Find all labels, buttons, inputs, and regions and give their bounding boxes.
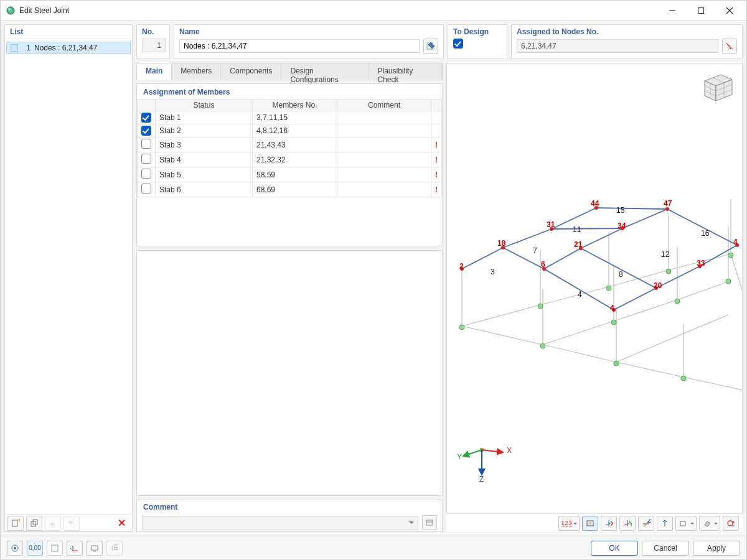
toolbar-numbering-button[interactable]: 1̲2̲3̲	[558, 516, 580, 531]
tab-components[interactable]: Components	[221, 63, 281, 80]
svg-point-53	[459, 325, 464, 330]
toolbar-neg-z-button[interactable]	[657, 516, 673, 531]
warn-icon: !	[435, 185, 438, 194]
svg-rect-12	[426, 520, 433, 525]
name-input[interactable]	[179, 39, 420, 53]
toolbar-show-button[interactable]	[582, 516, 598, 531]
name-label: Name	[174, 25, 443, 36]
table-row[interactable]: Stab 24,8,12,16	[138, 124, 442, 138]
row-checkbox[interactable]	[141, 126, 151, 136]
member-label: 7	[533, 246, 537, 255]
assigned-input[interactable]	[517, 39, 718, 53]
list-delete-button[interactable]: ✕	[113, 516, 129, 531]
col-members-no: Members No.	[253, 100, 337, 111]
member-label: 8	[619, 270, 623, 279]
table-row[interactable]: Stab 668,69!	[138, 182, 442, 197]
row-checkbox[interactable]	[141, 113, 151, 123]
viewport-toolbar: 1̲2̲3̲ X Y Z	[446, 513, 743, 532]
row-members: 58,59	[253, 167, 337, 182]
footer-screen-button[interactable]	[87, 541, 103, 556]
tab-design-configurations[interactable]: Design Configurations	[281, 63, 369, 80]
list-header: List	[5, 25, 132, 39]
node-label: 44	[591, 199, 599, 208]
tab-members[interactable]: Members	[172, 63, 221, 80]
members-table: Status Members No. Comment Stab 13,7,11,…	[137, 99, 442, 197]
name-edit-button[interactable]	[423, 39, 438, 54]
node-label: 33	[697, 259, 705, 268]
toolbar-axis-z-button[interactable]: Z	[638, 516, 654, 531]
row-comment	[337, 167, 431, 182]
col-status: Status	[156, 100, 253, 111]
row-checkbox[interactable]	[141, 184, 151, 194]
row-members: 21,32,32	[253, 152, 337, 167]
row-comment	[337, 111, 431, 124]
svg-rect-83	[52, 545, 58, 551]
row-status: Stab 3	[156, 138, 253, 152]
comment-label: Comment	[137, 500, 442, 514]
svg-line-86	[70, 548, 73, 551]
list-item[interactable]: 1 Nodes : 6,21,34,47	[6, 42, 131, 54]
list-new-button[interactable]: ✶	[7, 516, 24, 531]
tab-main[interactable]: Main	[137, 63, 172, 80]
svg-text:✶: ✶	[17, 519, 20, 525]
toolbar-view-button[interactable]	[675, 516, 697, 531]
table-row[interactable]: Stab 13,7,11,15	[138, 111, 442, 124]
close-button[interactable]	[715, 1, 744, 20]
list-action1-button[interactable]	[45, 516, 61, 531]
ok-button[interactable]: OK	[591, 541, 638, 556]
toolbar-render-button[interactable]	[699, 516, 720, 531]
svg-point-0	[7, 7, 14, 14]
toolbar-axis-x-button[interactable]: X	[601, 516, 617, 531]
svg-point-58	[540, 343, 545, 348]
svg-point-66	[589, 522, 591, 525]
row-members: 21,43,43	[253, 138, 337, 152]
assigned-pick-button[interactable]	[722, 39, 737, 54]
toolbar-reset-button[interactable]	[723, 516, 739, 531]
window-title: Edit Steel Joint	[19, 6, 69, 15]
table-row[interactable]: Stab 321,43,43!	[138, 138, 442, 152]
warn-icon: !	[435, 170, 438, 179]
footer-units-button[interactable]: 0,00	[27, 541, 43, 556]
app-icon	[6, 6, 16, 16]
tab-bar: Main Members Components Design Configura…	[136, 63, 443, 80]
row-checkbox[interactable]	[141, 154, 151, 164]
comment-select[interactable]	[142, 516, 418, 530]
row-comment	[337, 152, 431, 167]
node-label: 6	[541, 260, 545, 269]
row-checkbox[interactable]	[141, 169, 151, 179]
node-label: 20	[654, 281, 662, 290]
svg-text:Z: Z	[647, 519, 651, 525]
apply-button[interactable]: Apply	[693, 541, 740, 556]
comment-library-button[interactable]	[422, 515, 437, 530]
footer-display-button[interactable]	[47, 541, 63, 556]
cancel-button[interactable]: Cancel	[642, 541, 689, 556]
footer-script-button[interactable]: E	[106, 541, 123, 556]
list-copy-button[interactable]	[26, 516, 42, 531]
table-row[interactable]: Stab 421,32,32!	[138, 152, 442, 167]
row-status: Stab 6	[156, 182, 253, 197]
warn-icon: !	[435, 156, 438, 164]
tab-plausibility-check[interactable]: Plausibility Check	[369, 63, 442, 80]
row-checkbox[interactable]	[141, 139, 151, 149]
svg-point-55	[606, 286, 611, 291]
col-comment: Comment	[337, 100, 431, 111]
assigned-label: Assigned to Nodes No.	[512, 25, 742, 36]
no-label: No.	[137, 25, 169, 36]
assignment-title: Assignment of Members	[137, 84, 442, 99]
member-label: 3	[491, 268, 495, 276]
row-status: Stab 4	[156, 152, 253, 167]
svg-point-54	[538, 304, 543, 309]
svg-point-1	[8, 8, 11, 11]
svg-marker-78	[705, 521, 710, 526]
list-action2-button[interactable]	[63, 516, 80, 531]
footer-help-button[interactable]	[7, 541, 23, 556]
node-label: 21	[574, 240, 582, 249]
minimize-button[interactable]	[658, 1, 687, 20]
footer-axes-button[interactable]	[67, 541, 83, 556]
svg-text:Y: Y	[629, 520, 632, 528]
maximize-button[interactable]	[687, 1, 715, 20]
3d-viewport[interactable]: X Y Z	[446, 63, 743, 513]
table-row[interactable]: Stab 558,59!	[138, 167, 442, 182]
toolbar-axis-y-button[interactable]: Y	[619, 516, 636, 531]
to-design-checkbox[interactable]	[453, 39, 463, 49]
